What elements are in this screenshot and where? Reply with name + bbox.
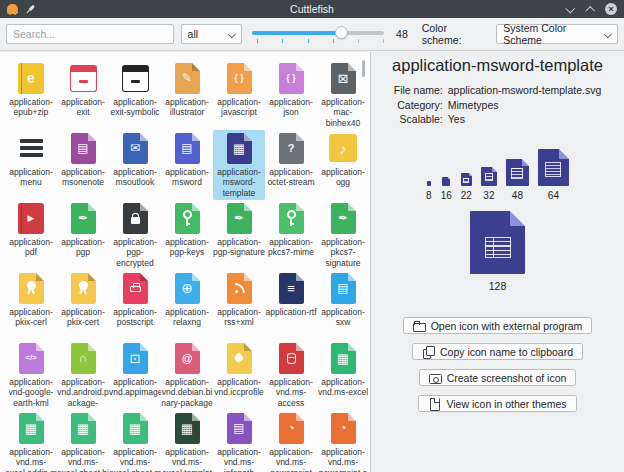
- mime-icon: [227, 273, 252, 304]
- field-value: Mimetypes: [448, 99, 601, 111]
- button-label: Open icon with external program: [431, 320, 583, 332]
- grid-item-application-msword[interactable]: ▤application- msword: [161, 130, 213, 200]
- icon-label: application- vnd.ms- excel.sheet.bi: [57, 447, 109, 472]
- mime-icon: ∩: [71, 343, 96, 374]
- mime-icon: ▤: [71, 133, 96, 164]
- icon-label: application- vnd.iccprofile: [214, 377, 264, 398]
- grid-item-application-octet-stream[interactable]: ?application- octet-stream: [265, 130, 317, 200]
- grid-item-application-vnd.debian.binary-package[interactable]: @application- vnd.debian.bi nary-package: [161, 340, 213, 410]
- icon-label: application- menu: [9, 167, 52, 188]
- search-input[interactable]: [6, 24, 174, 44]
- button-label: Copy icon name to clipboard: [440, 346, 573, 358]
- grid-item-application-pdf[interactable]: ▶application- pdf: [5, 200, 57, 270]
- mime-icon: ▦: [175, 413, 200, 444]
- mime-icon: ▦: [123, 413, 148, 444]
- grid-item-application-epub+zip[interactable]: eapplication- epub+zip: [5, 60, 57, 130]
- grid-item-application-menu[interactable]: application- menu: [5, 130, 57, 200]
- grid-item-application-pkcs7-mime[interactable]: application- pkcs7-mime: [265, 200, 317, 270]
- grid-item-application-pgp-encrypted[interactable]: application- pgp- encrypted: [109, 200, 161, 270]
- grid-item-application-vnd.android.package-[interactable]: ∩application- vnd.android.p ackage-: [57, 340, 109, 410]
- grid-item-application-json[interactable]: { }application- json: [265, 60, 317, 130]
- icon-label: application- vnd.ms- powerpoint.a: [319, 447, 368, 472]
- grid-item-application-vnd-google-earth-kml[interactable]: </>application- vnd-google- earth-kml: [5, 340, 57, 410]
- grid-item-application-exit[interactable]: application- exit: [57, 60, 109, 130]
- icon-label: application- relaxng: [165, 307, 208, 328]
- grid-item-application-pkix-cerl[interactable]: application- pkix-cerl: [5, 270, 57, 340]
- grid-item-application-vnd.ms-excel.addin.m[interactable]: ▦application- vnd.ms- excel.addin.m: [5, 410, 57, 472]
- icon-label: application- msword- template: [217, 167, 260, 198]
- grid-item-application-pgp[interactable]: ✒application- pgp: [57, 200, 109, 270]
- grid-item-application-msword-template[interactable]: ▦application- msword- template: [213, 130, 265, 200]
- mime-icon: ✉: [123, 133, 148, 164]
- mime-icon: ▦: [227, 133, 252, 164]
- grid-item-application-rtf[interactable]: ≡application-rtf: [265, 270, 317, 340]
- grid-item-application-sxw[interactable]: ▤application- sxw: [317, 270, 369, 340]
- button-label: Create screenshot of icon: [447, 372, 567, 384]
- window-title: Cuttlefish: [0, 3, 624, 15]
- maximize-button[interactable]: [585, 5, 594, 14]
- grid-item-application-vnd.appimage[interactable]: ⊡application- vnd.appimage: [109, 340, 161, 410]
- grid-item-application-pgp-keys[interactable]: application- pgp-keys: [161, 200, 213, 270]
- grid-item-application-vnd.ms-excel.sheet.bi[interactable]: ▦application- vnd.ms- excel.sheet.bi: [57, 410, 109, 472]
- size-label: 64: [548, 190, 559, 201]
- grid-item-application-vnd.ms-excel[interactable]: ▦application- vnd.ms-excel: [317, 340, 369, 410]
- mime-icon: ▶: [18, 203, 44, 234]
- toolbar: all 48 Color scheme: System Color Scheme: [0, 18, 624, 51]
- detail-panel: application-msword-template File name: a…: [371, 52, 624, 472]
- icon-label: application- vnd.ms- excel.templat: [162, 447, 212, 472]
- grid-item-application-pkix-cert[interactable]: application- pkix-cert: [57, 270, 109, 340]
- grid-item-application-vnd.ms-powerpoint.a[interactable]: ◔application- vnd.ms- powerpoint.a: [317, 410, 369, 472]
- grid-item-application-pkcs7-signature[interactable]: ✒application- pkcs7- signature: [317, 200, 369, 270]
- close-button[interactable]: ×: [605, 3, 617, 15]
- grid-item-application-pgp-signature[interactable]: ✒application- pgp-signature: [213, 200, 265, 270]
- icon-label: application- vnd-google- earth-kml: [9, 377, 54, 408]
- grid-item-application-javascript[interactable]: { }application- javascript: [213, 60, 265, 130]
- icon-label: application- pkcs7-mime: [268, 237, 314, 258]
- grid-item-application-vnd.ms-access[interactable]: application- vnd.ms- access: [265, 340, 317, 410]
- mime-icon: ◔: [279, 413, 304, 444]
- grid-item-application-vnd.ms-powerpoint[interactable]: ◔application- vnd.ms- powerpoint: [265, 410, 317, 472]
- pin-icon[interactable]: [23, 2, 37, 16]
- mime-icon: [70, 65, 97, 92]
- folder-action-button[interactable]: Open icon with external program: [403, 317, 593, 334]
- icon-label: application- postscript: [113, 307, 156, 328]
- size-slider[interactable]: [252, 23, 384, 45]
- icon-label: application- pkix-cert: [61, 307, 104, 328]
- size-previews: 81622324864: [426, 148, 569, 201]
- mime-icon: ⊡: [123, 343, 148, 374]
- icon-label: application- vnd.ms- infopath: [217, 447, 260, 472]
- chevron-down-icon: [605, 31, 611, 38]
- minimize-button[interactable]: [565, 5, 574, 14]
- grid-item-application-relaxng[interactable]: ⊕application- relaxng: [161, 270, 213, 340]
- grid-item-application-vnd.ms-infopath[interactable]: ▤application- vnd.ms- infopath: [213, 410, 265, 472]
- grid-item-application-vnd.iccprofile[interactable]: application- vnd.iccprofile: [213, 340, 265, 410]
- camera-action-button[interactable]: Create screenshot of icon: [419, 369, 577, 386]
- field-label: Category:: [394, 99, 443, 111]
- clipboard-action-button[interactable]: Copy icon name to clipboard: [412, 343, 583, 360]
- grid-item-application-msoutlook[interactable]: ✉application- msoutlook: [109, 130, 161, 200]
- category-dropdown[interactable]: all: [181, 24, 243, 44]
- mime-icon: [279, 203, 304, 234]
- mime-icon: ▤: [227, 413, 252, 444]
- color-scheme-dropdown[interactable]: System Color Scheme: [496, 24, 618, 44]
- grid-item-application-rss+xml[interactable]: application- rss+xml: [213, 270, 265, 340]
- grid-item-application-ogg[interactable]: ♪application- ogg: [317, 130, 369, 200]
- mime-icon: ◔: [331, 413, 356, 444]
- slider-handle[interactable]: [335, 26, 348, 39]
- mime-icon: ♪: [329, 134, 357, 162]
- icon-preview-16: 16: [441, 148, 452, 201]
- grid-item-application-msonenote[interactable]: ▤application- msonenote: [57, 130, 109, 200]
- grid-item-application-exit-symbolic[interactable]: application- exit-symbolic: [109, 60, 161, 130]
- grid-item-application-postscript[interactable]: application- postscript: [109, 270, 161, 340]
- mime-icon: ⊕: [175, 273, 200, 304]
- icon-label: application- exit-symbolic: [110, 97, 159, 118]
- scrollbar-thumb[interactable]: [362, 60, 365, 77]
- grid-item-application-vnd.ms-excel.sheet.m[interactable]: ▦application- vnd.ms- excel.sheet.m: [109, 410, 161, 472]
- themes-action-button[interactable]: View icon in other themes: [418, 395, 576, 412]
- mime-icon: { }: [227, 63, 252, 94]
- mime-icon: [227, 343, 252, 374]
- grid-item-application-vnd.ms-excel.templat[interactable]: ▦application- vnd.ms- excel.templat: [161, 410, 213, 472]
- themes-icon: [428, 398, 440, 410]
- grid-item-application-illustrator[interactable]: ✎application- illustrator: [161, 60, 213, 130]
- mime-icon: [279, 343, 304, 374]
